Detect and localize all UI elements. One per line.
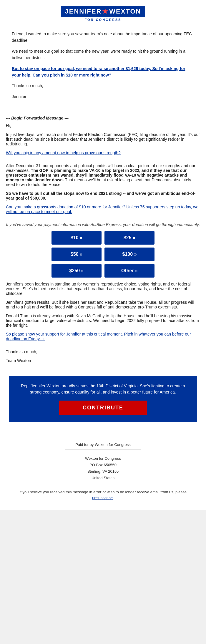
payment-note: If you've saved your payment information…	[6, 222, 200, 227]
intro-p1: Friend, I wanted to make sure you saw ou…	[12, 31, 194, 44]
intro-cta[interactable]: But to stay on pace for our goal, we nee…	[12, 65, 194, 79]
logo-text-2: WEXTON	[109, 8, 141, 15]
intro-thanks: Thanks so much,	[12, 82, 194, 89]
forwarded-p1-text: In just five days, we'll reach our final…	[6, 132, 200, 146]
forwarded-grassroots-link[interactable]: Can you make a grassroots donation of $1…	[6, 205, 200, 214]
logo-star: ★	[102, 8, 109, 15]
donation-btn-250[interactable]: $250 »	[51, 264, 102, 278]
intro-p2: We need to meet our goal so that come th…	[12, 48, 194, 61]
donation-btn-other[interactable]: Other »	[104, 264, 154, 278]
forwarded-closing-p[interactable]: So please show your support for Jennifer…	[6, 332, 200, 345]
unsubscribe-block: If you believe you received this message…	[0, 486, 206, 510]
forwarded-team: Team Wexton	[6, 358, 200, 363]
email-header: JENNIFER★WEXTON FOR CONGRESS	[0, 0, 206, 25]
address-line3: Sterling, VA 20165	[87, 469, 119, 474]
contribute-button[interactable]: CONTRIBUTE	[59, 401, 147, 415]
donation-btn-25[interactable]: $25 »	[104, 231, 154, 245]
unsubscribe-text-after: .	[113, 496, 114, 500]
address-line4: United States	[92, 476, 114, 480]
email-body: Friend, I wanted to make sure you saw ou…	[0, 25, 206, 110]
address-line1: Wexton for Congress	[85, 456, 121, 461]
donation-btn-10[interactable]: $10 »	[51, 231, 102, 245]
forwarded-p5: Jennifer's gotten results. But if she lo…	[6, 300, 200, 309]
forwarded-chip-link-p[interactable]: Will you chip in any amount now to help …	[6, 150, 200, 159]
address-block: Wexton for Congress PO Box 650550 Sterli…	[0, 455, 206, 481]
forwarded-content: Hi, In just five days, we'll reach our f…	[6, 123, 200, 363]
intro-signoff: Jennifer	[12, 93, 194, 100]
logo-banner: JENNIFER★WEXTON	[61, 6, 145, 17]
paid-for-box: Paid for by Wexton for Congress	[65, 440, 141, 449]
address-line2: PO Box 650550	[89, 463, 117, 467]
paid-for-text: Paid for by Wexton for Congress	[75, 442, 131, 447]
forwarded-p2: After December 31, our opponents and pol…	[6, 163, 200, 187]
forwarded-hi: Hi,	[6, 123, 200, 128]
footer-box-text: Rep. Jennifer Wexton proudly serves the …	[18, 383, 188, 395]
logo-subtitle: FOR CONGRESS	[61, 18, 145, 21]
logo-text-1: JENNIFER	[65, 8, 102, 15]
forwarded-p1: In just five days, we'll reach our final…	[6, 132, 200, 146]
intro-cta-link[interactable]: But to stay on pace for our goal, we nee…	[12, 66, 185, 77]
forwarded-p4: Jennifer's been fearless in standing up …	[6, 282, 200, 296]
forwarded-p3-text: So we have to pull out all the stops now…	[6, 191, 195, 200]
forwarded-message: --- Begin Forwarded Message --- Hi, In j…	[0, 113, 206, 370]
forwarded-chip-link[interactable]: Will you chip in any amount now to help …	[6, 150, 121, 155]
forwarded-label: --- Begin Forwarded Message ---	[6, 116, 200, 120]
forwarded-p6: Donald Trump is already working with Kev…	[6, 313, 200, 328]
unsubscribe-text-before: If you believe you received this message…	[19, 490, 187, 494]
footer-box: Rep. Jennifer Wexton proudly serves the …	[9, 376, 197, 422]
forwarded-closing-link[interactable]: So please show your support for Jennifer…	[6, 332, 200, 341]
forwarded-grassroots-p[interactable]: Can you make a grassroots donation of $1…	[6, 205, 200, 218]
logo: JENNIFER★WEXTON FOR CONGRESS	[61, 6, 145, 21]
forwarded-thanks: Thanks so much,	[6, 349, 200, 354]
forwarded-p3: So we have to pull out all the stops now…	[6, 191, 200, 200]
unsubscribe-link[interactable]: unsubscribe	[92, 496, 113, 500]
donation-grid: $10 » $25 » $50 » $100 » $250 » Other »	[47, 231, 159, 278]
email-wrapper: JENNIFER★WEXTON FOR CONGRESS Friend, I w…	[0, 0, 206, 510]
donation-btn-50[interactable]: $50 »	[51, 248, 102, 261]
donation-btn-100[interactable]: $100 »	[104, 248, 154, 261]
